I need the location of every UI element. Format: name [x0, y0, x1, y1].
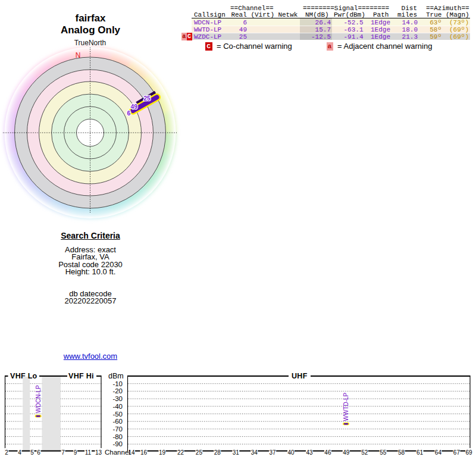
svg-text:13: 13 [95, 449, 102, 456]
svg-text:49: 49 [343, 449, 350, 456]
svg-text:58: 58 [398, 449, 405, 456]
svg-text:19: 19 [159, 449, 166, 456]
svg-text:11: 11 [85, 449, 92, 456]
svg-text:43: 43 [306, 449, 313, 456]
svg-text:67: 67 [453, 449, 461, 456]
svg-text:22: 22 [177, 449, 184, 456]
svg-text:25: 25 [143, 95, 151, 102]
svg-text:VHF Hi: VHF Hi [68, 372, 94, 380]
svg-text:-70: -70 [112, 425, 123, 433]
svg-text:TrueNorth: TrueNorth [74, 39, 107, 47]
svg-text:5: 5 [30, 449, 34, 456]
svg-text:WWTD-LP: WWTD-LP [343, 392, 349, 421]
svg-text:28: 28 [214, 449, 221, 456]
svg-text:UHF: UHF [292, 372, 308, 380]
svg-text:64: 64 [435, 449, 442, 456]
svg-text:-90: -90 [112, 440, 123, 447]
svg-text:52: 52 [361, 449, 368, 456]
svg-text:55: 55 [380, 449, 387, 456]
svg-text:-20: -20 [112, 387, 123, 395]
svg-text:61: 61 [416, 449, 424, 456]
svg-text:WDCN-LP: WDCN-LP [35, 385, 42, 413]
svg-text:25: 25 [196, 449, 203, 456]
svg-text:9: 9 [74, 449, 77, 456]
svg-text:2: 2 [5, 449, 8, 456]
svg-text:-60: -60 [112, 418, 123, 425]
svg-text:16: 16 [140, 449, 148, 456]
svg-text:37: 37 [270, 449, 277, 456]
svg-text:VHF Lo: VHF Lo [10, 372, 37, 380]
svg-text:dBm: dBm [108, 372, 124, 380]
svg-text:40: 40 [287, 449, 295, 456]
svg-text:34: 34 [251, 449, 258, 456]
svg-text:6: 6 [127, 109, 131, 117]
svg-text:N: N [76, 51, 81, 60]
svg-text:4: 4 [18, 449, 21, 456]
svg-text:31: 31 [233, 449, 240, 456]
svg-text:-80: -80 [112, 433, 123, 440]
svg-text:-50: -50 [112, 411, 123, 418]
svg-text:46: 46 [324, 449, 331, 456]
svg-text:-10: -10 [112, 380, 123, 387]
svg-text:69: 69 [465, 449, 472, 456]
svg-text:Channel: Channel [105, 449, 130, 456]
svg-text:49: 49 [130, 103, 137, 110]
svg-text:6: 6 [37, 449, 40, 456]
svg-text:-40: -40 [112, 403, 123, 410]
svg-text:7: 7 [61, 449, 65, 456]
svg-text:-30: -30 [112, 395, 123, 402]
